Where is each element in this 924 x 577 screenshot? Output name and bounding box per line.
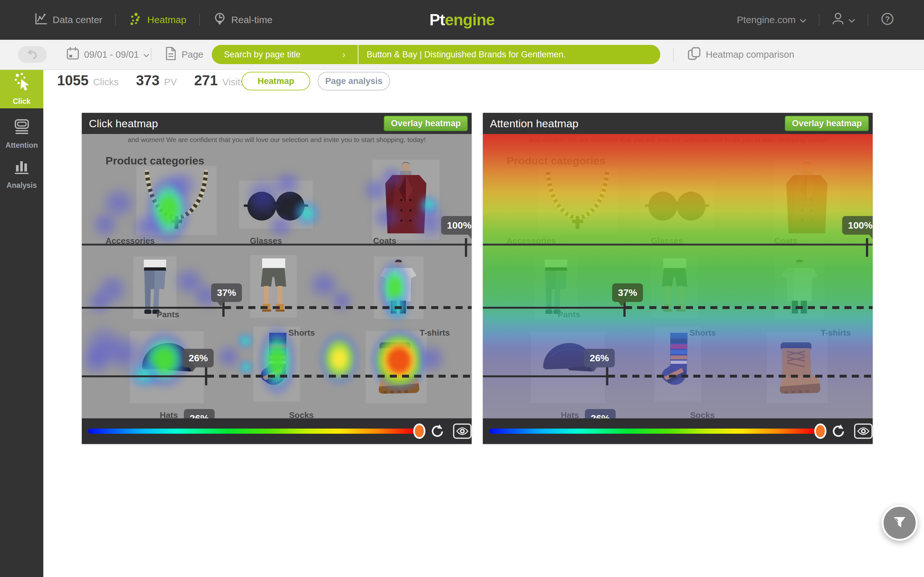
scroll-depth-badge-37: 37% [612,284,643,302]
heatmap-dots-icon [129,12,143,28]
scroll-line-37-dashed [224,306,472,309]
account-menu[interactable]: Ptengine.com [725,15,819,25]
logo-engine: engine [445,11,494,29]
eye-icon [456,426,468,436]
slider-handle[interactable] [814,424,827,439]
product-image-coat [778,162,836,236]
filter-toolbar: 09/01 - 09/01 Page Search by page title … [0,40,924,70]
fold-line-100 [82,243,472,245]
scroll-depth-badge-26-clipped: 26% [585,409,615,418]
page-heading: Product categories [507,155,606,167]
panel-title: Attention heatmap [490,117,578,130]
left-sidebar: Click Attention Analysis [0,69,43,577]
fold-tick-100 [465,238,467,257]
comparison-icon [687,47,701,63]
sidebar-item-label: Attention [5,141,38,150]
account-label: Ptengine.com [737,15,796,25]
panel-footer [483,418,873,444]
page-selector[interactable]: Page [164,40,204,69]
click-heatmap-panel: Click heatmap Overlay heatmap and women!… [82,113,472,444]
nav-data-center[interactable]: Data center [21,12,115,28]
panel-header: Attention heatmap Overlay heatmap [483,113,873,134]
clock-pin-icon [213,12,227,28]
chevron-down-icon [144,49,149,60]
clicks-label: Clicks [93,77,119,87]
pv-value: 373 [136,73,160,89]
scroll-depth-badge-26: 26% [584,349,615,367]
category-label-socks: Socks [690,410,715,418]
sidebar-item-label: Click [13,97,31,106]
scroll-line-37 [82,307,224,309]
sidebar-item-attention[interactable]: Attention [0,117,43,151]
line-chart-icon [34,12,48,28]
slider-handle[interactable] [413,424,425,439]
help-button[interactable]: ? [868,12,907,28]
sidebar-item-click[interactable]: Click [0,69,43,108]
chevron-down-icon [800,15,806,25]
search-by-title-label[interactable]: Search by page title [212,50,300,60]
fold-line-100 [483,243,873,245]
heat-intensity-slider[interactable] [88,429,420,434]
panel-title: Click heatmap [89,117,158,130]
calendar-icon [66,47,79,63]
toggle-heatmap-visibility-button[interactable] [453,424,472,439]
panel-footer [82,418,472,444]
category-label-shorts: Shorts [690,328,716,338]
filter-button[interactable] [882,505,918,541]
comparison-label: Heatmap comparison [706,49,795,60]
product-image-glasses [645,188,709,224]
heatmap-page-preview[interactable]: and women! We are confident that you wil… [82,134,472,418]
heatmap-page-preview[interactable]: and women! We are confident that you wil… [483,134,873,418]
panel-header: Click heatmap Overlay heatmap [82,113,472,134]
refresh-icon[interactable] [831,424,846,438]
category-label-hats: Hats [561,410,579,418]
nav-label: Data center [53,15,102,25]
top-nav: Data center Heatmap Real-time Ptengine [0,0,924,40]
date-range-value: 09/01 - 09/01 [84,49,139,60]
page-title-pill[interactable]: Search by page title › Button & Bay | Di… [212,45,660,64]
category-label-tshirts: T-shirts [821,328,851,338]
pv-label: PV [164,77,177,87]
back-button[interactable] [18,46,47,63]
scroll-line-37-dashed [625,306,873,309]
refresh-icon[interactable] [430,424,445,438]
scroll-tick-26 [205,367,207,385]
toolbar-divider [151,48,152,61]
top-right-controls: Ptengine.com ? [725,0,907,40]
tab-heatmap[interactable]: Heatmap [242,72,310,90]
scroll-line-26 [483,376,608,377]
date-range-picker[interactable]: 09/01 - 09/01 [66,40,149,69]
overlay-heatmap-button[interactable]: Overlay heatmap [785,116,869,131]
eye-icon [857,426,869,436]
funnel-icon [891,515,908,530]
question-mark-icon: ? [880,12,895,28]
sidebar-item-analysis[interactable]: Analysis [0,156,43,191]
scroll-depth-badge-100: 100% [842,216,873,235]
primary-nav: Data center Heatmap Real-time [21,0,285,40]
nav-real-time[interactable]: Real-time [200,12,285,28]
heat-intensity-slider[interactable] [489,429,821,434]
chevron-down-icon [848,15,855,25]
logo-pt: Pt [429,11,445,29]
sidebar-item-label: Analysis [6,181,37,190]
document-icon [164,47,177,63]
nav-label: Real-time [231,15,272,25]
scroll-depth-badge-26: 26% [183,349,214,367]
scroll-line-26 [82,376,207,377]
user-icon [832,12,845,28]
ptengine-logo: Ptengine [429,0,494,40]
toggle-heatmap-visibility-button[interactable] [854,424,873,439]
heatmap-comparison-button[interactable]: Heatmap comparison [687,40,795,69]
nav-heatmap[interactable]: Heatmap [116,12,199,28]
toolbar-divider [673,48,674,61]
scroll-depth-badge-26-clipped: 26% [184,409,215,418]
fold-tick-100 [866,238,868,257]
product-image-boot [772,338,821,397]
scroll-tick-26 [606,367,608,385]
tab-page-analysis[interactable]: Page analysis [318,72,390,90]
user-menu[interactable] [819,12,867,28]
scroll-line-37 [483,307,625,309]
stats-summary: 1055 Clicks 373 PV 271 Visits [57,73,258,89]
overlay-heatmap-button[interactable]: Overlay heatmap [384,116,468,131]
attention-fold-icon [13,119,31,137]
